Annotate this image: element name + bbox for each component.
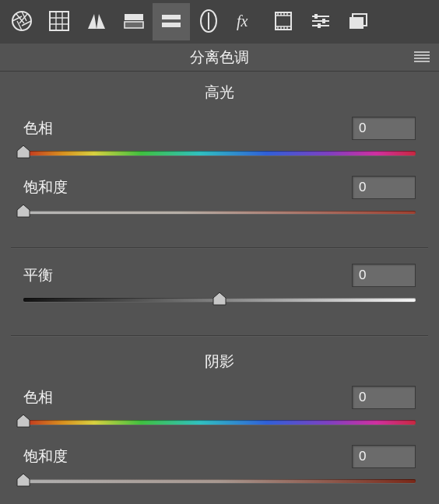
saturation-gradient-track	[23, 479, 416, 483]
aperture-icon	[10, 9, 33, 35]
split-toning-tab[interactable]	[153, 3, 190, 40]
divider	[11, 247, 428, 248]
shadows-hue-label: 色相	[23, 387, 53, 408]
shadows-saturation-row: 饱和度	[23, 445, 416, 468]
balance-label: 平衡	[23, 265, 53, 285]
lens-corrections-tab[interactable]	[190, 3, 227, 40]
shadows-title: 阴影	[23, 352, 416, 372]
presets-tab[interactable]	[302, 3, 339, 40]
divider	[11, 335, 428, 336]
highlights-saturation-input[interactable]	[352, 176, 416, 199]
menu-lines-icon	[414, 51, 430, 65]
hsl-icon	[122, 9, 146, 35]
highlights-section: 高光 色相 饱和度	[0, 72, 439, 243]
svg-rect-9	[314, 14, 318, 19]
shadows-saturation-label: 饱和度	[23, 446, 68, 467]
slider-thumb[interactable]	[16, 145, 31, 159]
balance-section: 平衡	[0, 253, 439, 331]
svg-rect-3	[125, 22, 143, 28]
shadows-section: 阴影 色相 饱和度	[0, 341, 439, 504]
shadows-hue-row: 色相	[23, 386, 416, 409]
hue-gradient-track	[23, 420, 416, 425]
svg-rect-10	[322, 19, 325, 23]
svg-rect-5	[162, 23, 181, 27]
basic-tab[interactable]	[3, 3, 40, 40]
panel-menu-button[interactable]	[411, 48, 433, 67]
slider-thumb[interactable]	[16, 473, 31, 487]
slider-thumb[interactable]	[212, 292, 227, 306]
shadows-hue-input[interactable]	[352, 386, 416, 409]
svg-rect-4	[162, 15, 181, 19]
panel-header: 分离色调	[0, 44, 439, 72]
fx-icon: fx	[234, 9, 258, 35]
grid-icon	[47, 9, 71, 35]
slider-thumb[interactable]	[16, 204, 31, 218]
filmstrip-icon	[272, 9, 295, 35]
panel-tabs-toolbar: fx	[0, 0, 439, 44]
hsl-tab[interactable]	[115, 3, 153, 40]
shadows-saturation-slider[interactable]	[23, 473, 416, 490]
highlights-hue-row: 色相	[23, 117, 416, 140]
split-tone-icon	[160, 9, 183, 35]
effects-tab[interactable]: fx	[227, 3, 265, 40]
highlights-saturation-slider[interactable]	[23, 204, 416, 221]
calibration-tab[interactable]	[265, 3, 302, 40]
highlights-title: 高光	[23, 82, 416, 103]
shadows-hue-slider[interactable]	[23, 414, 416, 431]
highlights-hue-label: 色相	[23, 118, 53, 138]
snapshots-tab[interactable]	[339, 3, 377, 40]
panel-title: 分离色调	[9, 47, 430, 68]
highlights-hue-input[interactable]	[352, 117, 416, 140]
shadows-saturation-input[interactable]	[352, 445, 416, 468]
balance-slider[interactable]	[23, 292, 416, 309]
svg-rect-12	[349, 17, 363, 29]
slider-thumb[interactable]	[16, 414, 31, 428]
triangles-icon	[85, 9, 108, 35]
svg-rect-2	[125, 14, 143, 20]
highlights-hue-slider[interactable]	[23, 145, 416, 162]
tone-curve-tab[interactable]	[40, 3, 78, 40]
balance-row: 平衡	[23, 264, 416, 287]
stack-icon	[346, 9, 370, 35]
balance-input[interactable]	[352, 264, 416, 287]
hue-gradient-track	[23, 151, 416, 156]
svg-text:fx: fx	[237, 12, 248, 30]
highlights-saturation-label: 饱和度	[23, 177, 68, 198]
svg-rect-1	[50, 12, 68, 30]
saturation-gradient-track	[23, 211, 416, 214]
detail-tab[interactable]	[78, 3, 115, 40]
lens-icon	[197, 9, 220, 35]
svg-rect-11	[318, 23, 321, 28]
highlights-saturation-row: 饱和度	[23, 176, 416, 199]
sliders-icon	[309, 9, 332, 35]
